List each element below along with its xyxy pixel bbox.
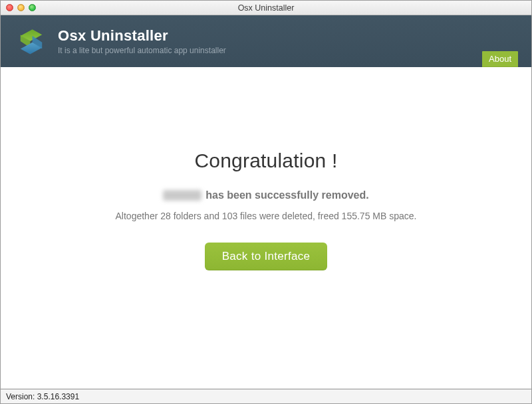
stats-line: Altogether 28 folders and 103 files were… (116, 211, 417, 221)
status-bar: Version: 3.5.16.3391 (1, 389, 531, 403)
zoom-window-button[interactable] (29, 4, 36, 11)
app-subtitle: It is a lite but powerful automatic app … (58, 46, 226, 55)
traffic-lights (6, 4, 36, 11)
title-bar: Osx Uninstaller (1, 1, 531, 15)
app-logo-icon (14, 24, 49, 58)
removed-app-name-redacted (163, 190, 201, 201)
removed-line: has been successfully removed. (163, 189, 368, 201)
app-header: Osx Uninstaller It is a lite but powerfu… (1, 15, 531, 67)
version-label: Version: 3.5.16.3391 (6, 392, 79, 401)
window-title: Osx Uninstaller (1, 3, 531, 13)
close-window-button[interactable] (6, 4, 13, 11)
back-to-interface-button[interactable]: Back to Interface (205, 243, 328, 270)
congratulation-heading: Congratulation ! (194, 150, 337, 172)
window-frame: Osx Uninstaller (0, 0, 532, 404)
header-text: Osx Uninstaller It is a lite but powerfu… (58, 27, 226, 55)
main-content: Congratulation ! has been successfully r… (1, 67, 531, 389)
removed-suffix: has been successfully removed. (205, 189, 368, 201)
app-title: Osx Uninstaller (58, 27, 226, 45)
minimize-window-button[interactable] (17, 4, 25, 11)
about-button[interactable]: About (482, 51, 518, 67)
